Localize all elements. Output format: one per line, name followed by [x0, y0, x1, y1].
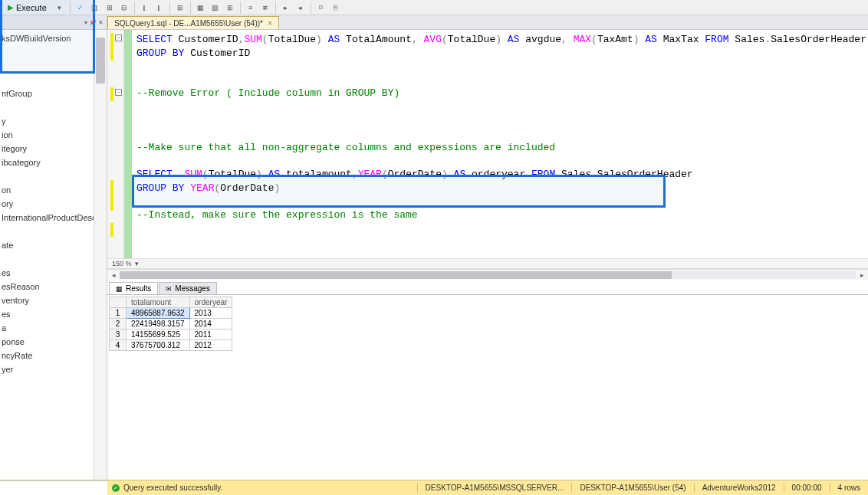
scrollbar-thumb[interactable]: [96, 38, 105, 84]
zoom-level[interactable]: 150 %: [112, 260, 132, 267]
tree-item[interactable]: [0, 100, 107, 114]
table-row[interactable]: 437675700.3122012: [110, 340, 232, 351]
scroll-right-icon[interactable]: ▸: [856, 271, 868, 279]
tree-item[interactable]: [0, 225, 107, 238]
scroll-left-icon[interactable]: ◂: [107, 271, 120, 279]
toolbar-separator: [311, 2, 311, 14]
execute-button[interactable]: ▶ Execute: [3, 1, 51, 15]
dropdown-icon[interactable]: ▾: [84, 19, 87, 26]
results-grid[interactable]: totalamountorderyear148965887.9632201322…: [109, 297, 232, 351]
toolbar-btn-11[interactable]: ⎘: [330, 2, 342, 14]
tree-item[interactable]: yer: [0, 362, 107, 376]
tree-item[interactable]: a: [0, 321, 107, 335]
status-left-blank: [0, 480, 107, 495]
toolbar-btn-3[interactable]: ⊟: [118, 2, 130, 14]
comment-icon[interactable]: ≡: [245, 2, 257, 14]
cell-orderyear[interactable]: 2012: [189, 340, 232, 351]
status-time: 00:00:00: [784, 484, 830, 492]
close-icon[interactable]: ✕: [98, 19, 104, 26]
status-text: Query executed successfully.: [123, 484, 222, 492]
cell-totalamount[interactable]: 37675700.312: [127, 340, 190, 351]
tree-item[interactable]: [0, 252, 107, 266]
debug-icon[interactable]: ▾: [54, 2, 66, 14]
scrollbar-horizontal[interactable]: ◂ ▸: [107, 269, 868, 280]
toolbar-btn-6[interactable]: ⊞: [174, 2, 186, 14]
tree-view[interactable]: ksDWBuildVersion ntGroup yionitegoryibca…: [0, 30, 107, 376]
tree-item[interactable]: on: [0, 183, 107, 197]
toolbar-btn-2[interactable]: ⊞: [104, 2, 116, 14]
indent-icon[interactable]: ▸: [280, 2, 292, 14]
tree-item[interactable]: ibcategory: [0, 156, 107, 169]
toolbar-btn-10[interactable]: ⌑: [315, 2, 327, 14]
table-row[interactable]: 314155699.5252011: [110, 329, 232, 340]
cell-totalamount[interactable]: 14155699.525: [127, 329, 190, 340]
toolbar-btn-7[interactable]: ▦: [195, 2, 207, 14]
toolbar-btn-5[interactable]: ⫿: [153, 2, 166, 14]
fold-icon[interactable]: −: [115, 89, 122, 96]
toolbar-separator: [169, 2, 170, 14]
tree-item[interactable]: es: [0, 266, 107, 280]
cell-totalamount[interactable]: 48965887.9632: [127, 308, 190, 319]
play-icon: ▶: [8, 3, 14, 11]
table-row[interactable]: 148965887.96322013: [110, 308, 232, 319]
column-header[interactable]: totalamount: [127, 297, 190, 308]
status-bar: ✓ Query executed successfully. DESKTOP-A…: [0, 480, 868, 495]
tab-results[interactable]: ▦ Results: [109, 282, 158, 294]
fold-icon[interactable]: −: [115, 34, 122, 41]
tree-item[interactable]: ate: [0, 238, 107, 252]
results-grid-area[interactable]: totalamountorderyear148965887.9632201322…: [107, 295, 868, 480]
tree-item[interactable]: y: [0, 114, 107, 128]
tab-messages[interactable]: ✉ Messages: [159, 282, 217, 294]
tab-close-icon[interactable]: ×: [268, 18, 272, 28]
table-row[interactable]: 222419498.31572014: [110, 319, 232, 329]
toolbar-separator: [240, 2, 241, 14]
cell-orderyear[interactable]: 2014: [189, 319, 232, 329]
scrollbar-thumb[interactable]: [120, 271, 672, 279]
column-header[interactable]: [110, 297, 127, 308]
code-editor[interactable]: SELECT CustomerID,SUM(TotalDue) AS Total…: [132, 30, 868, 258]
tree-item[interactable]: ncyRate: [0, 349, 107, 362]
tree-item[interactable]: [0, 45, 107, 59]
tree-item[interactable]: es: [0, 307, 107, 321]
tree-item[interactable]: [0, 73, 107, 87]
tree-item[interactable]: ory: [0, 197, 107, 211]
tree-item[interactable]: [0, 59, 107, 73]
tree-item[interactable]: ponse: [0, 335, 107, 349]
tab-sqlquery1[interactable]: SQLQuery1.sql - DE...A1M5655\User (54))*…: [107, 16, 279, 29]
toolbar-btn-4[interactable]: ⫿: [139, 2, 151, 14]
uncomment-icon[interactable]: ≢: [259, 2, 271, 14]
pin-icon[interactable]: 📌: [89, 19, 97, 26]
cell-orderyear[interactable]: 2011: [189, 329, 232, 340]
toolbar-btn-8[interactable]: ▧: [209, 2, 222, 14]
tab-messages-label: Messages: [175, 284, 210, 293]
cell-orderyear[interactable]: 2013: [189, 308, 232, 319]
editor-gutter: − −: [107, 30, 124, 258]
toolbar: ▶ Execute ▾ ✓ ▥ ⊞ ⊟ ⫿ ⫿ ⊞ ▦ ▧ ⊞ ≡ ≢ ▸ ◂ …: [0, 0, 868, 15]
tree-item[interactable]: ventory: [0, 293, 107, 307]
status-user: DESKTOP-A1M5655\User (54): [571, 484, 693, 492]
tree-item[interactable]: [0, 169, 107, 183]
tree-item[interactable]: esReason: [0, 280, 107, 293]
status-rows: 4 rows: [830, 484, 868, 492]
zoom-dropdown-icon[interactable]: ▾: [135, 260, 139, 267]
tree-item[interactable]: ntGroup: [0, 87, 107, 100]
cell-totalamount[interactable]: 22419498.3157: [127, 319, 190, 329]
outdent-icon[interactable]: ◂: [294, 2, 307, 14]
column-header[interactable]: orderyear: [189, 297, 232, 308]
tree-item[interactable]: InternationalProductDescription: [0, 211, 107, 225]
scrollbar-vertical[interactable]: [94, 30, 107, 480]
tab-results-label: Results: [126, 284, 151, 293]
message-icon: ✉: [166, 285, 172, 293]
tab-title: SQLQuery1.sql - DE...A1M5655\User (54))*: [114, 19, 263, 28]
tree-item[interactable]: ion: [0, 128, 107, 142]
row-number: 2: [110, 319, 127, 329]
panel-header: ▾ 📌 ✕: [0, 15, 107, 30]
toolbar-btn-1[interactable]: ▥: [89, 2, 101, 14]
toolbar-btn-9[interactable]: ⊞: [224, 2, 236, 14]
tree-item[interactable]: ksDWBuildVersion: [0, 31, 107, 45]
grid-icon: ▦: [116, 285, 123, 293]
change-margin: [124, 30, 132, 258]
check-icon[interactable]: ✓: [74, 2, 87, 14]
tree-item[interactable]: itegory: [0, 142, 107, 156]
code-editor-wrap: − − SELECT CustomerID,SUM(TotalDue) AS T…: [107, 30, 868, 258]
